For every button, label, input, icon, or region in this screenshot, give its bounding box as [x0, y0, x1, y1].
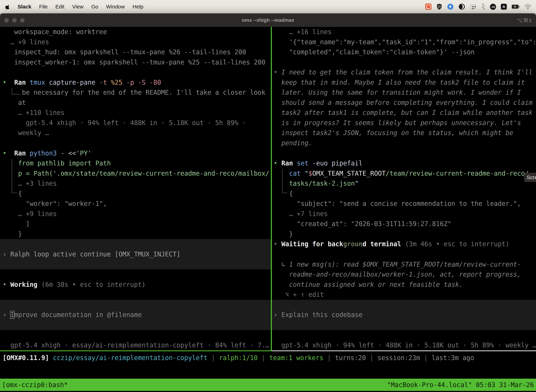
tmux-pane-hud[interactable]: … +16 lines '{"team_name":"my-team","tas…: [272, 27, 536, 350]
terminal-text: d terminal: [362, 240, 405, 248]
terminal-text: ]: [3, 220, 30, 228]
apple-menu-icon[interactable]: [5, 4, 10, 10]
terminal-text: team:1 workers: [269, 354, 327, 362]
omx-status-line: [OMX#0.11.9] cczip/essay/ai-reimplementa…: [3, 353, 474, 363]
terminal-line: [0, 259, 271, 270]
terminal-text: from pathlib import Path: [3, 159, 111, 167]
terminal-line: [272, 148, 536, 159]
terminal-line: task2 after task1 is complete, but can I…: [272, 108, 536, 118]
terminal-line: "worker": "worker-1",: [0, 199, 271, 209]
window-title-bar[interactable]: omx --xhigh --madmax ⌥⌘1: [0, 13, 536, 27]
wifi-icon[interactable]: [524, 4, 531, 9]
close-button[interactable]: [4, 18, 9, 23]
bolt-app-icon[interactable]: [447, 3, 454, 10]
terminal-line: '{"team_name":"my-team","task_id":"1","f…: [272, 37, 536, 47]
dots-grid-icon[interactable]: [470, 4, 476, 10]
terminal-line: • Ran python3 - <<'PY': [0, 148, 271, 159]
zoom-button[interactable]: [20, 18, 25, 23]
terminal-text: continue assigned work or next feasible …: [274, 281, 463, 288]
terminal-text: - <<: [61, 149, 76, 157]
prompt-line[interactable]: › Explain this codebase: [272, 310, 536, 320]
shield-keypad-icon[interactable]: [436, 3, 442, 10]
terminal-text: Ran: [14, 79, 30, 86]
terminal-text: should send a message before completing …: [274, 99, 532, 107]
prompt-line[interactable]: › Ralph loop active continue [OMX_TMUX_I…: [0, 249, 271, 259]
terminal-line: • Waiting for background terminal (3m 46…: [272, 239, 536, 249]
text-cursor: I: [10, 311, 14, 319]
terminal-text: OMX_TEAM_STATE_ROOT: [312, 170, 386, 177]
terminal-text: last:3m ago: [431, 354, 474, 362]
battery-icon[interactable]: [512, 5, 520, 9]
menu-item-edit[interactable]: Edit: [55, 4, 65, 10]
terminal-text: {: [3, 190, 22, 197]
terminal-line: cat "$OMX_TEAM_STATE_ROOT/team/review-cu…: [272, 168, 536, 179]
terminal-line: [272, 249, 536, 259]
terminal-line: should send a message before completing …: [272, 98, 536, 108]
tmux-pane-worker[interactable]: workspace_mode: worktree … +9 lines insp…: [0, 27, 271, 350]
terminal-line: from pathlib import Path: [0, 158, 271, 168]
terminal-text: ›: [3, 311, 10, 319]
menu-item-view[interactable]: View: [72, 4, 83, 10]
terminal-text: "worker": "worker-1",: [3, 200, 107, 207]
terminal-line: "created_at": "2026-03-31T11:59:27.816Z": [272, 219, 536, 229]
terminal-text: }: [274, 230, 293, 238]
letter-a-app-icon[interactable]: A: [501, 4, 507, 10]
crescent-app-icon[interactable]: [459, 3, 465, 10]
terminal-text: •: [274, 69, 281, 76]
menu-item-file[interactable]: File: [39, 4, 48, 10]
terminal-text: tasks/task-2.json: [274, 180, 355, 187]
terminal-line: [272, 57, 536, 67]
terminal-line: inspect_hud: omx sparkshell --tmux-pane …: [0, 47, 271, 57]
terminal-text: workspace_mode: worktree: [3, 28, 107, 36]
tree-guide: [282, 169, 282, 193]
terminal-text: ↳ 1 new msg(s): read $OMX_TEAM_STATE_ROO…: [274, 261, 521, 268]
terminal-line: … +9 lines: [0, 209, 271, 219]
terminal-line: [0, 138, 271, 148]
terminal-text: task2 after task1 is complete, but can I…: [274, 109, 532, 117]
window-title: omx --xhigh --madmax: [242, 17, 294, 23]
terminal-text: p = Path('.omx/state/team/review-current…: [3, 170, 269, 177]
terminal-text: |: [262, 354, 269, 362]
prompt-line[interactable]: › Improve documentation in @filename: [0, 310, 271, 320]
terminal-text: inspect_worker-1: omx sparkshell --tmux-…: [3, 58, 265, 66]
active-app-name[interactable]: Slack: [18, 4, 31, 10]
menu-item-go[interactable]: Go: [91, 4, 98, 10]
terminal-text: |: [370, 354, 378, 362]
terminal-text: cat: [289, 170, 305, 177]
terminal-line: is in progress? It seems likely but perh…: [272, 118, 536, 128]
menu-item-window[interactable]: Window: [106, 4, 125, 10]
terminal-text: •: [274, 159, 281, 167]
chat-app-icon[interactable]: [425, 4, 431, 10]
terminal-text: •: [274, 240, 281, 248]
terminal-text: -t: [99, 79, 111, 86]
terminal-text: … +110 lines: [3, 109, 65, 117]
terminal-text: (6m 38s • esc to interrupt): [41, 281, 146, 288]
terminal-line: "completed","claim_token":"claim-token"}…: [272, 47, 536, 57]
terminal-line: [272, 300, 536, 310]
terminal-text: capture-pane: [49, 79, 99, 86]
counter-badge-icon[interactable]: ..61: [490, 4, 496, 10]
squiggle-app-icon[interactable]: [481, 3, 485, 10]
tree-guide: [12, 88, 12, 94]
pane-divider[interactable]: [271, 27, 272, 351]
terminal-line: gpt-5.4 xhigh · essay/ai-reimplementatio…: [0, 340, 271, 350]
terminal-text: I need to get the claim token from the c…: [281, 69, 532, 76]
terminal-line: • I need to get the claim token from the…: [272, 67, 536, 77]
terminal-text: Explain this codebase: [281, 311, 362, 319]
terminal-line: be necessary for the end of the README. …: [0, 88, 271, 98]
terminal-text: keep that in mind. Maybe I also need the…: [274, 79, 525, 86]
terminal-text: ›: [274, 311, 281, 319]
terminal-line: inspect task2's JSON, focusing on the st…: [272, 128, 536, 138]
menu-bar: Slack FileEditViewGoWindowHelp: [0, 0, 536, 13]
terminal-text: "completed","claim_token":"claim-token"}…: [274, 48, 475, 56]
terminal-text: '{"team_name":"my-team","task_id":"1","f…: [274, 38, 536, 46]
terminal-line: keep that in mind. Maybe I also need the…: [272, 77, 536, 88]
terminal-line: [272, 330, 536, 340]
terminal-text: ›: [3, 250, 10, 258]
menu-item-help[interactable]: Help: [133, 4, 144, 10]
minimize-button[interactable]: [12, 18, 17, 23]
terminal-line: … +3 lines: [0, 178, 271, 189]
tmux-window-label[interactable]: [omx-cczip0:bash*: [2, 381, 68, 389]
terminal-line: pending.: [272, 138, 536, 148]
terminal-text: weekly …: [3, 129, 49, 137]
